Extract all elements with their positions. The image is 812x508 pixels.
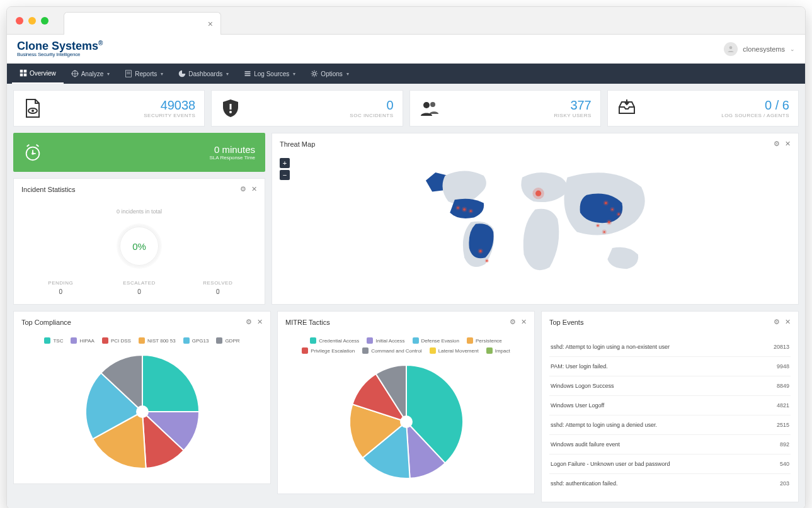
legend-item[interactable]: Defense Evasion — [413, 337, 459, 344]
legend-item[interactable]: Command and Control — [362, 347, 421, 354]
svg-point-28 — [470, 210, 472, 212]
gauge-value: 0% — [132, 241, 146, 252]
stat-security-events[interactable]: 49038 SECURITY EVENTS — [13, 90, 205, 127]
table-row[interactable]: sshd: authentication failed.203 — [549, 474, 791, 493]
close-icon[interactable]: ✕ — [521, 318, 527, 326]
legend-label: Initial Access — [375, 338, 404, 344]
close-icon[interactable]: ✕ — [251, 185, 257, 193]
stat-soc-incidents[interactable]: 0 SOC INCIDENTS — [211, 90, 403, 127]
shield-alert-icon — [220, 98, 241, 118]
list-icon — [244, 70, 251, 77]
legend-item[interactable]: NIST 800 53 — [139, 337, 176, 344]
events-list: sshd: Attempt to login using a non-exist… — [549, 337, 791, 493]
svg-point-44 — [603, 231, 605, 233]
legend-item[interactable]: Persistence — [467, 337, 502, 344]
legend-item[interactable]: GPG13 — [183, 337, 209, 344]
svg-point-40 — [618, 213, 620, 215]
event-name: PAM: User login failed. — [551, 363, 608, 370]
legend-item[interactable]: Impact — [486, 347, 510, 354]
legend-item[interactable]: Initial Access — [367, 337, 404, 344]
stat-value: 0 / 6 — [721, 98, 789, 113]
table-row[interactable]: PAM: User login failed.9948 — [549, 357, 791, 376]
nav-item-overview[interactable]: Overview — [12, 64, 64, 84]
panel-incident-stats: Incident Statistics ⚙ ✕ 0 incidents in t… — [13, 178, 265, 305]
zoom-in-button[interactable]: + — [280, 158, 290, 168]
gear-icon[interactable]: ⚙ — [774, 140, 780, 148]
stat-label: SOC INCIDENTS — [350, 113, 393, 118]
svg-rect-3 — [20, 74, 23, 77]
legend-label: Command and Control — [371, 348, 421, 354]
user-menu[interactable]: clonesystems ⌄ — [724, 42, 795, 56]
table-row[interactable]: sshd: Attempt to login using a non-exist… — [549, 337, 791, 357]
browser-tab[interactable]: × — [64, 12, 221, 35]
legend-item[interactable]: Lateral Movement — [430, 347, 479, 354]
gear-icon[interactable]: ⚙ — [240, 185, 246, 193]
table-row[interactable]: Windows Logon Success8849 — [549, 376, 791, 396]
alarm-icon — [23, 143, 42, 162]
pie-chart-compliance — [79, 349, 205, 475]
nav-item-reports[interactable]: Reports ▾ — [117, 64, 171, 84]
nav-label: Analyze — [81, 71, 104, 77]
legend-label: GPG13 — [192, 338, 209, 344]
legend-label: Privilege Escalation — [311, 348, 355, 354]
nav-item-analyze[interactable]: Analyze ▾ — [64, 64, 118, 84]
chart-legend: TSCHIPAAPCI DSSNIST 800 53GPG13GDPR — [21, 337, 263, 344]
svg-point-18 — [229, 111, 232, 113]
table-row[interactable]: sshd: Attempt to login using a denied us… — [549, 415, 791, 435]
legend-item[interactable]: TSC — [44, 337, 63, 344]
world-map[interactable] — [280, 158, 791, 280]
nav-label: Options — [321, 71, 342, 77]
pie-slice[interactable] — [142, 355, 199, 412]
event-name: sshd: Attempt to login using a denied us… — [551, 422, 657, 428]
close-icon[interactable]: ✕ — [257, 318, 263, 326]
gear-icon[interactable]: ⚙ — [774, 318, 780, 326]
table-row[interactable]: Windows audit failure event892 — [549, 435, 791, 454]
users-icon — [419, 98, 439, 118]
close-icon[interactable]: ✕ — [785, 140, 791, 148]
nav-item-logsources[interactable]: Log Sources ▾ — [236, 64, 303, 84]
legend-item[interactable]: Privilege Escalation — [302, 347, 355, 354]
event-count: 892 — [780, 441, 789, 448]
nav-item-options[interactable]: Options ▾ — [303, 64, 356, 84]
window-maximize[interactable] — [41, 17, 49, 25]
legend-item[interactable]: Credential Access — [310, 337, 359, 344]
legend-item[interactable]: HIPAA — [71, 337, 94, 344]
stat-risky-users[interactable]: 377 RISKY USERS — [409, 90, 601, 127]
col-label: ESCALATED — [100, 280, 179, 286]
svg-rect-17 — [230, 104, 232, 110]
avatar — [724, 42, 738, 56]
nav-item-dashboards[interactable]: Dashboards ▾ — [171, 64, 236, 84]
window-controls — [16, 17, 49, 25]
panel-title: Threat Map — [280, 140, 315, 148]
window-close[interactable] — [16, 17, 23, 25]
legend-item[interactable]: PCI DSS — [102, 337, 131, 344]
sla-card: 0 minutes SLA Response Time — [13, 133, 265, 172]
stat-log-sources[interactable]: 0 / 6 LOG SOURCES / AGENTS — [607, 90, 799, 127]
user-icon — [726, 45, 735, 54]
stat-label: RISKY USERS — [554, 113, 592, 118]
zoom-out-button[interactable]: − — [280, 170, 290, 180]
panel-title: Incident Statistics — [21, 186, 76, 193]
legend-label: Defense Evasion — [421, 338, 459, 344]
pie-chart-mitre — [343, 359, 469, 485]
tab-close-icon[interactable]: × — [208, 19, 213, 29]
incident-resolved: RESOLVED 0 — [178, 280, 257, 295]
legend-label: HIPAA — [79, 338, 94, 344]
event-count: 20813 — [774, 344, 789, 350]
col-value: 0 — [21, 288, 100, 295]
window-minimize[interactable] — [28, 17, 36, 25]
event-count: 540 — [780, 461, 789, 467]
close-icon[interactable]: ✕ — [785, 318, 791, 326]
chevron-down-icon: ▾ — [161, 71, 163, 77]
stat-label: SECURITY EVENTS — [144, 113, 195, 118]
event-name: sshd: authentication failed. — [551, 480, 618, 487]
legend-swatch — [413, 337, 419, 344]
table-row[interactable]: Windows User Logoff4821 — [549, 396, 791, 415]
gear-icon[interactable]: ⚙ — [510, 318, 516, 326]
table-row[interactable]: Logon Failure - Unknown user or bad pass… — [549, 454, 791, 474]
nav-bar: Overview Analyze ▾ Reports ▾ Dashboards … — [7, 64, 805, 84]
incident-pending: PENDING 0 — [21, 280, 100, 295]
gear-icon[interactable]: ⚙ — [246, 318, 252, 326]
legend-swatch — [367, 337, 373, 344]
legend-item[interactable]: GDPR — [216, 337, 239, 344]
